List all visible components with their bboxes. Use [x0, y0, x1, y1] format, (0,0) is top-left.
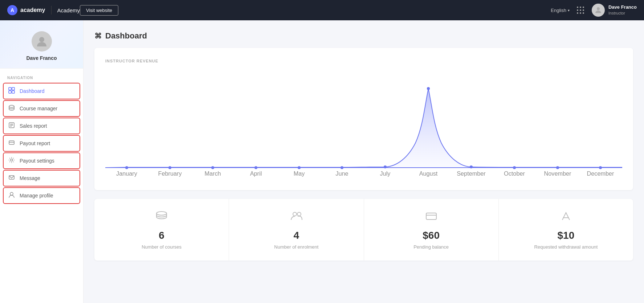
apps-grid-icon[interactable]	[577, 7, 584, 14]
payout-report-icon	[8, 139, 15, 147]
sidebar-item-sales-report[interactable]: Sales report	[3, 118, 80, 134]
sidebar-item-label: Payout settings	[20, 158, 54, 164]
stat-card-withdrawal: $10 Requested withdrawal amount	[499, 199, 633, 261]
svg-point-22	[341, 166, 343, 169]
user-role: Instructor	[608, 11, 637, 16]
sales-report-icon	[8, 122, 15, 130]
svg-rect-3	[12, 87, 15, 90]
svg-rect-44	[426, 213, 436, 220]
svg-text:August: August	[419, 170, 438, 177]
course-manager-icon	[8, 105, 15, 112]
stat-label-courses: Number of courses	[142, 244, 182, 250]
svg-text:October: October	[504, 170, 525, 177]
stats-row: 6 Number of courses 4 Number of enrolmen…	[94, 199, 633, 261]
sidebar-item-label: Sales report	[20, 123, 47, 129]
sidebar-item-label: Message	[20, 175, 40, 181]
svg-point-42	[293, 212, 297, 216]
withdrawal-icon	[559, 210, 572, 225]
nav-section-label: NAVIGATION	[0, 69, 83, 83]
sidebar-item-payout-settings[interactable]: Payout settings	[3, 152, 80, 169]
message-icon	[8, 174, 15, 182]
app-name: Academy	[57, 7, 80, 13]
svg-text:February: February	[158, 170, 182, 177]
revenue-chart-svg: January February March April May June Ju…	[105, 70, 622, 179]
navbar: A academy Academy Visit website English …	[0, 0, 644, 20]
courses-icon	[155, 210, 168, 225]
sidebar-item-course-manager[interactable]: Course manager	[3, 100, 80, 117]
stat-label-balance: Pending balance	[413, 244, 449, 250]
sidebar-item-label: Dashboard	[20, 88, 45, 94]
sidebar-item-message[interactable]: Message	[3, 170, 80, 187]
stat-card-balance: $60 Pending balance	[364, 199, 498, 261]
svg-text:March: March	[204, 170, 221, 177]
sidebar-header: Dave Franco	[0, 20, 83, 69]
logo: A academy	[7, 5, 45, 15]
stat-value-balance: $60	[423, 230, 440, 241]
svg-point-25	[470, 165, 473, 168]
sidebar-username: Dave Franco	[26, 55, 57, 61]
sidebar-item-label: Manage profile	[20, 193, 53, 198]
svg-point-1	[39, 37, 44, 42]
svg-point-41	[156, 212, 167, 215]
svg-text:April: April	[250, 170, 262, 177]
visit-website-button[interactable]: Visit website	[80, 5, 118, 16]
revenue-chart-card: INSTRUCTOR REVENUE	[94, 48, 633, 190]
svg-point-18	[168, 166, 171, 169]
page-title: ⌘ Dashboard	[94, 31, 633, 41]
language-label: English	[551, 8, 566, 13]
svg-point-13	[11, 159, 13, 161]
svg-rect-5	[12, 91, 15, 93]
main-content: ⌘ Dashboard INSTRUCTOR REVENUE	[83, 20, 644, 303]
stat-label-enrolment: Number of enrolment	[274, 244, 318, 250]
stat-value-withdrawal: $10	[558, 230, 575, 241]
chart-title: INSTRUCTOR REVENUE	[105, 59, 622, 63]
svg-point-43	[297, 212, 301, 216]
svg-rect-2	[9, 87, 11, 90]
stat-value-enrolment: 4	[294, 230, 299, 241]
sidebar-item-dashboard[interactable]: Dashboard	[3, 83, 80, 99]
user-info[interactable]: Dave Franco Instructor	[592, 4, 637, 17]
svg-text:July: July	[380, 170, 391, 177]
stat-card-enrolment: 4 Number of enrolment	[229, 199, 363, 261]
svg-point-6	[9, 105, 14, 107]
svg-point-19	[211, 166, 214, 169]
svg-point-23	[384, 165, 387, 168]
logo-icon: A	[7, 5, 17, 15]
svg-text:June: June	[335, 170, 348, 177]
sidebar-item-label: Payout report	[20, 140, 50, 146]
svg-point-17	[125, 166, 128, 169]
sidebar-avatar	[32, 31, 52, 52]
payout-settings-icon	[8, 157, 15, 165]
logo-text: academy	[20, 7, 45, 13]
svg-point-27	[556, 166, 559, 169]
manage-profile-icon	[8, 192, 15, 200]
user-details: Dave Franco Instructor	[608, 4, 637, 16]
svg-text:January: January	[116, 170, 138, 177]
navbar-divider	[51, 6, 52, 15]
svg-point-26	[513, 166, 516, 169]
svg-text:September: September	[457, 170, 486, 177]
navbar-right: English ▾ Dave Franco Instructor	[551, 4, 637, 17]
sidebar-item-manage-profile[interactable]: Manage profile	[3, 187, 80, 204]
svg-text:May: May	[294, 170, 305, 177]
sidebar: Dave Franco NAVIGATION Dashboard Course …	[0, 20, 83, 303]
svg-point-28	[599, 166, 602, 169]
svg-point-24	[427, 87, 430, 90]
svg-point-21	[298, 166, 301, 169]
user-name: Dave Franco	[608, 4, 637, 11]
chevron-down-icon: ▾	[568, 8, 570, 12]
chart-container: January February March April May June Ju…	[105, 70, 622, 179]
dashboard-title-icon: ⌘	[94, 32, 102, 40]
sidebar-item-payout-report[interactable]: Payout report	[3, 135, 80, 152]
enrolment-icon	[290, 210, 303, 225]
language-selector[interactable]: English ▾	[551, 8, 570, 13]
layout: Dave Franco NAVIGATION Dashboard Course …	[0, 20, 644, 303]
stat-value-courses: 6	[159, 230, 164, 241]
stat-card-courses: 6 Number of courses	[94, 199, 229, 261]
svg-point-15	[10, 192, 13, 195]
svg-text:December: December	[587, 170, 614, 177]
svg-point-20	[254, 166, 257, 169]
sidebar-item-label: Course manager	[20, 106, 57, 111]
svg-rect-4	[9, 91, 11, 93]
avatar	[592, 4, 605, 17]
